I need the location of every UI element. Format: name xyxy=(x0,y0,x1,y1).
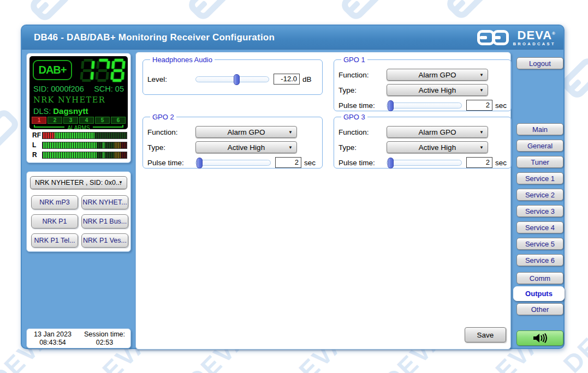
headphones-audio-legend: Headphones Audio xyxy=(150,56,215,64)
gpo3-type-select[interactable]: Active High ▼ xyxy=(387,141,488,153)
sidebar-item-main[interactable]: Main xyxy=(516,123,563,135)
gpo2-function-select[interactable]: Alarm GPO ▼ xyxy=(195,126,297,138)
sidebar-item-service6[interactable]: Service 6 xyxy=(516,254,563,266)
lcd-screen: DAB+ SID: 0000f206 SCH: 05 NRK NYHETER D… xyxy=(29,56,128,129)
alarm-cell: 1 xyxy=(32,117,46,124)
lcd-sid-line: SID: 0000f206 SCH: 05 xyxy=(33,85,124,93)
sch-value: 05 xyxy=(115,85,124,93)
gpo1-type-select[interactable]: Active High ▼ xyxy=(387,84,488,96)
service-button-4[interactable]: NRK P1 Bus... xyxy=(81,214,128,228)
level-unit: dB xyxy=(302,75,312,83)
service-button-6[interactable]: NRK P1 Ves... xyxy=(81,233,128,248)
sidebar-item-comm[interactable]: Comm xyxy=(516,272,563,284)
sidebar-item-other[interactable]: Other xyxy=(516,303,563,315)
gpo1-legend: GPO 1 xyxy=(341,56,367,64)
left-meter-label: L xyxy=(32,141,42,149)
lcd-dls-line: DLS:Dagsnytt xyxy=(33,106,88,116)
db-logo-icon xyxy=(477,30,509,45)
titlebar: DB46 - DAB/DAB+ Monitoring Receiver Conf… xyxy=(22,26,563,50)
rf-meter xyxy=(42,132,127,139)
deva-watermark xyxy=(444,0,490,21)
chevron-down-icon: ▼ xyxy=(479,73,484,77)
left-audio-meter xyxy=(42,142,127,149)
gpo1-pulse-slider[interactable] xyxy=(387,103,462,109)
deva-watermark xyxy=(186,0,232,22)
gpo2-type-select[interactable]: Active High ▼ xyxy=(195,141,297,153)
sidebar-item-general[interactable]: General xyxy=(516,140,563,152)
alarm-cell: 2 xyxy=(47,117,62,124)
level-slider[interactable] xyxy=(195,76,269,82)
gpo3-pulse-value-input[interactable]: 2 xyxy=(466,157,492,168)
speaker-icon xyxy=(533,333,547,343)
service-select[interactable]: NRK NYHETER , SID: 0x0... ▼ xyxy=(30,176,127,189)
rf-meter-label: RF xyxy=(32,131,42,139)
sid-value: 0000f206 xyxy=(51,85,84,93)
gpo1-group: GPO 1 Function: Alarm GPO ▼ Type: Active… xyxy=(334,56,512,111)
lcd-station-name: NRK NYHETER xyxy=(33,95,105,104)
dls-text: Dagsnytt xyxy=(53,106,88,116)
sidebar-item-service5[interactable]: Service 5 xyxy=(516,238,563,250)
sidebar-item-tuner[interactable]: Tuner xyxy=(516,156,563,168)
gpo1-pulse-slider-thumb[interactable] xyxy=(388,100,394,111)
service-button-2[interactable]: NRK NYHET... xyxy=(81,195,128,209)
alarms-label: ALARMS xyxy=(67,125,90,129)
chevron-down-icon: ▼ xyxy=(479,145,484,150)
alarm-strip: 1 2 3 4 5 6 xyxy=(32,117,126,124)
gpo3-pulse-slider-thumb[interactable] xyxy=(388,158,394,169)
chevron-down-icon: ▼ xyxy=(288,145,293,150)
deva-watermark xyxy=(338,0,385,22)
right-meter-label: R xyxy=(32,151,42,159)
gpo2-legend: GPO 2 xyxy=(150,113,176,121)
session-time-value: 02:53 xyxy=(79,339,130,347)
chevron-down-icon: ▼ xyxy=(479,88,484,93)
main-panel: Headphones Audio Level: -12.0 dB GPO 1 F… xyxy=(135,52,511,350)
sidebar-item-service3[interactable]: Service 3 xyxy=(516,205,563,217)
headphones-audio-group: Headphones Audio Level: -12.0 dB xyxy=(142,56,323,95)
chevron-down-icon: ▼ xyxy=(288,130,293,135)
deva-watermark xyxy=(0,107,21,153)
service-button-1[interactable]: NRK mP3 xyxy=(31,195,78,209)
gpo2-group: GPO 2 Function: Alarm GPO ▼ Type: Active… xyxy=(142,113,323,169)
gpo3-pulse-slider[interactable] xyxy=(387,160,462,166)
gpo2-pulse-slider[interactable] xyxy=(195,160,271,166)
lcd-digit xyxy=(95,59,110,82)
right-audio-meter xyxy=(42,152,127,159)
lcd-panel: DAB+ SID: 0000f206 SCH: 05 NRK NYHETER D… xyxy=(26,53,131,163)
session-time-label: Session time: xyxy=(79,330,130,339)
gpo3-group: GPO 3 Function: Alarm GPO ▼ Type: Active… xyxy=(334,113,512,169)
service-button-3[interactable]: NRK P1 xyxy=(31,214,78,228)
lcd-frequency-digits xyxy=(81,59,124,82)
gpo1-function-select[interactable]: Alarm GPO ▼ xyxy=(387,69,488,81)
sidebar-item-service1[interactable]: Service 1 xyxy=(516,172,563,184)
datetime-panel: 13 Jan 2023 08:43:54 Session time: 02:53 xyxy=(26,328,131,348)
chevron-down-icon: ▼ xyxy=(118,177,123,189)
date-value: 13 Jan 2023 xyxy=(27,330,79,339)
page-title: DB46 - DAB/DAB+ Monitoring Receiver Conf… xyxy=(34,26,275,49)
dab-plus-logo: DAB+ xyxy=(33,60,72,80)
alarm-cell: 4 xyxy=(79,117,94,124)
alarm-cell: 6 xyxy=(111,117,126,124)
sidebar: Logout Main General Tuner Service 1 Serv… xyxy=(513,26,565,350)
sidebar-item-service2[interactable]: Service 2 xyxy=(516,189,563,201)
level-value-input[interactable]: -12.0 xyxy=(274,74,300,85)
service-button-5[interactable]: NRK P1 Tel... xyxy=(31,233,78,248)
lcd-digit xyxy=(110,59,126,82)
app-window: DB46 - DAB/DAB+ Monitoring Receiver Conf… xyxy=(21,25,565,349)
level-label: Level: xyxy=(147,75,195,83)
level-slider-thumb[interactable] xyxy=(234,74,240,85)
alarms-bracket: ALARMS xyxy=(34,125,123,129)
gpo3-legend: GPO 3 xyxy=(341,113,367,121)
gpo3-function-select[interactable]: Alarm GPO ▼ xyxy=(387,126,488,138)
audio-monitor-button[interactable] xyxy=(516,330,563,346)
gpo2-pulse-slider-thumb[interactable] xyxy=(197,158,203,169)
services-panel: NRK NYHETER , SID: 0x0... ▼ NRK mP3 NRK … xyxy=(26,171,131,252)
save-button[interactable]: Save xyxy=(465,327,506,342)
sidebar-item-outputs[interactable]: Outputs xyxy=(513,286,565,301)
alarm-cell: 5 xyxy=(95,117,110,124)
logout-button[interactable]: Logout xyxy=(516,57,563,69)
chevron-down-icon: ▼ xyxy=(479,130,484,135)
gpo2-pulse-value-input[interactable]: 2 xyxy=(275,157,301,168)
sidebar-item-service4[interactable]: Service 4 xyxy=(516,221,563,233)
deva-watermark xyxy=(27,0,74,23)
gpo1-pulse-value-input[interactable]: 2 xyxy=(466,100,492,111)
